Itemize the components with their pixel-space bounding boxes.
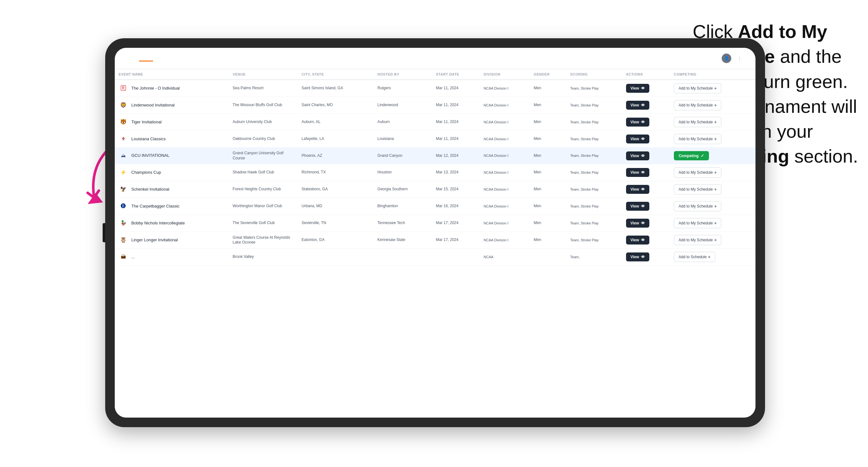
view-button[interactable]: View 👁	[626, 252, 649, 261]
table-row: ⛰ GCU INVITATIONAL Grand Canyon Universi…	[115, 148, 755, 164]
add-to-schedule-button[interactable]: Add to My Schedule +	[674, 117, 722, 127]
hosted-by-cell	[374, 249, 432, 266]
check-icon: ✓	[701, 153, 704, 158]
event-name-cell: 🦅 Schenkel Invitational	[115, 181, 229, 198]
col-city-state: CITY, STATE	[298, 69, 374, 80]
view-button[interactable]: View 👁	[626, 118, 649, 127]
competing-button[interactable]: Competing ✓	[674, 151, 709, 160]
division-cell: NCAA Division I	[480, 164, 530, 181]
start-date-cell: Mar 11, 2024	[432, 80, 480, 97]
add-to-schedule-button[interactable]: Add to My Schedule +	[674, 83, 722, 93]
venue-cell: The Sevierville Golf Club	[229, 215, 298, 232]
division-cell: NCAA Division I	[480, 97, 530, 114]
gender-cell: Men	[530, 148, 566, 164]
view-button[interactable]: View 👁	[626, 151, 649, 160]
gender-cell	[530, 249, 566, 266]
view-button[interactable]: View 👁	[626, 219, 649, 227]
tab-tournaments[interactable]	[139, 56, 153, 62]
view-button[interactable]: View 👁	[626, 236, 649, 245]
competing-cell: Add to My Schedule +	[670, 131, 755, 148]
event-name: ...	[131, 254, 135, 260]
eye-icon: 👁	[641, 86, 645, 91]
city-state-cell: Saint Charles, MO	[298, 97, 374, 114]
venue-cell: Brook Valley	[229, 249, 298, 266]
event-name: Louisiana Classics	[131, 136, 166, 142]
team-logo: 🐯	[119, 117, 128, 127]
table-row: 🐯 Tiger Invitational Auburn University C…	[115, 114, 755, 131]
view-button[interactable]: View 👁	[626, 168, 649, 177]
start-date-cell: Mar 11, 2024	[432, 131, 480, 148]
gender-cell: Men	[530, 232, 566, 249]
table-container: EVENT NAME VENUE CITY, STATE HOSTED BY S…	[115, 69, 755, 417]
view-button[interactable]: View 👁	[626, 134, 649, 144]
view-button[interactable]: View 👁	[626, 185, 649, 194]
actions-cell: View 👁	[622, 232, 670, 249]
event-name-cell: 🅑 The Carpetbagger Classic	[115, 198, 229, 215]
venue-cell: Oakbourne Country Club	[229, 131, 298, 148]
event-name: The Carpetbagger Classic	[131, 204, 180, 209]
team-logo: 🦅	[119, 185, 128, 194]
add-schedule-label: Add to My Schedule	[679, 103, 713, 107]
start-date-cell	[432, 249, 480, 266]
actions-cell: View 👁	[622, 215, 670, 232]
gender-cell: Men	[530, 97, 566, 114]
eye-icon: 👁	[641, 255, 645, 259]
start-date-cell: Mar 16, 2024	[432, 198, 480, 215]
add-to-schedule-button[interactable]: Add to My Schedule +	[674, 235, 722, 245]
view-button[interactable]: View 👁	[626, 202, 649, 211]
competing-cell: Add to My Schedule +	[670, 232, 755, 249]
venue-cell: Forest Heights Country Club	[229, 181, 298, 198]
add-schedule-label: Add to My Schedule	[679, 204, 713, 209]
add-to-schedule-button[interactable]: Add to My Schedule +	[674, 184, 722, 194]
add-schedule-label: Add to My Schedule	[679, 120, 713, 124]
division-cell: NCAA Division I	[480, 232, 530, 249]
add-to-schedule-button[interactable]: Add to My Schedule +	[674, 134, 722, 144]
start-date-cell: Mar 11, 2024	[432, 114, 480, 131]
table-row: 🅑 The Carpetbagger Classic Worthington M…	[115, 198, 755, 215]
col-actions: ACTIONS	[622, 69, 670, 80]
plus-icon: +	[714, 103, 717, 108]
venue-cell: Great Waters Course At Reynolds Lake Oco…	[229, 232, 298, 249]
scoring-cell: Team, Stroke Play	[566, 164, 622, 181]
city-state-cell: Phoenix, AZ	[298, 148, 374, 164]
division-cell: NCAA Division I	[480, 198, 530, 215]
competing-cell: Add to My Schedule +	[670, 164, 755, 181]
tab-teams[interactable]	[153, 56, 167, 62]
hosted-by-cell: Auburn	[374, 114, 432, 131]
plus-icon: +	[714, 86, 717, 91]
event-name: Lindenwood Invitational	[131, 103, 175, 108]
event-name: Linger Longer Invitational	[131, 238, 178, 243]
view-button[interactable]: View 👁	[626, 84, 649, 93]
event-name-cell: 🦉 Linger Longer Invitational	[115, 232, 229, 249]
add-to-schedule-button[interactable]: Add to My Schedule +	[674, 201, 722, 211]
actions-cell: View 👁	[622, 148, 670, 164]
view-button[interactable]: View 👁	[626, 101, 649, 110]
add-to-schedule-button[interactable]: Add to Schedule +	[674, 252, 715, 262]
team-logo: 🦁	[119, 100, 128, 110]
actions-cell: View 👁	[622, 181, 670, 198]
table-row: ⚜ Louisiana Classics Oakbourne Country C…	[115, 131, 755, 148]
actions-cell: View 👁	[622, 164, 670, 181]
start-date-cell: Mar 15, 2024	[432, 181, 480, 198]
gender-cell: Men	[530, 131, 566, 148]
add-to-schedule-button[interactable]: Add to My Schedule +	[674, 100, 722, 110]
table-row: 🦁 Lindenwood Invitational The Missouri B…	[115, 97, 755, 114]
actions-cell: View 👁	[622, 198, 670, 215]
actions-cell: View 👁	[622, 114, 670, 131]
add-to-schedule-button[interactable]: Add to My Schedule +	[674, 167, 722, 178]
add-schedule-label: Add to My Schedule	[679, 137, 713, 141]
eye-icon: 👁	[641, 238, 645, 242]
city-state-cell: Statesboro, GA	[298, 181, 374, 198]
city-state-cell: Sevierville, TN	[298, 215, 374, 232]
gender-cell: Men	[530, 80, 566, 97]
add-to-schedule-button[interactable]: Add to My Schedule +	[674, 218, 722, 228]
table-row: 🅁 The Johnnie - O Individual Sea Palms R…	[115, 80, 755, 97]
city-state-cell: Eatonton, GA	[298, 232, 374, 249]
city-state-cell	[298, 249, 374, 266]
team-logo: 🅁	[119, 84, 128, 93]
venue-cell: Worthington Manor Golf Club	[229, 198, 298, 215]
team-logo: 🦉	[119, 235, 128, 245]
event-name-cell: 🐯 Tiger Invitational	[115, 114, 229, 131]
event-name: Champions Cup	[131, 170, 161, 175]
competing-cell: Add to My Schedule +	[670, 198, 755, 215]
